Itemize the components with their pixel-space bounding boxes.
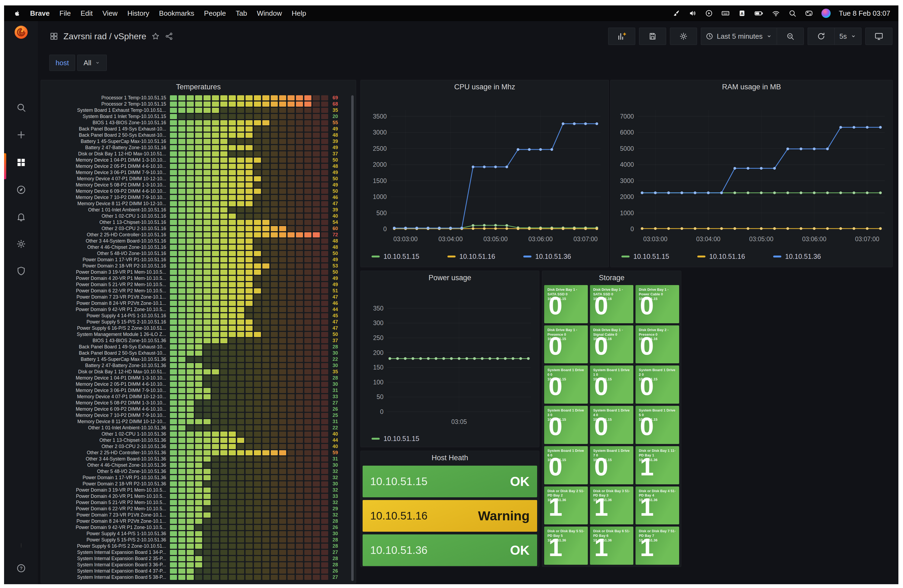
gauge-cell: [321, 494, 328, 499]
panel-host-health-title[interactable]: Host Heath: [361, 451, 539, 464]
sidebar-item-create[interactable]: [4, 129, 38, 140]
gauge-cell: [220, 550, 227, 555]
panel-ram-title[interactable]: RAM usage in MB: [610, 80, 892, 94]
gauge-cell: [245, 419, 253, 424]
temperature-row: Power Domain 7 23-VR P1Vtt Zone-10.1... …: [44, 294, 349, 300]
play-circle-icon[interactable]: [705, 9, 713, 17]
sidebar-item-help[interactable]: ?: [16, 563, 26, 573]
paintbrush-icon[interactable]: [672, 9, 681, 17]
sidebar-item-alerting[interactable]: [4, 212, 38, 222]
variable-host[interactable]: host: [49, 55, 75, 71]
gauge-cell: [195, 388, 202, 393]
keyboard-icon[interactable]: [721, 9, 730, 17]
menu-item-people[interactable]: People: [204, 9, 226, 17]
dashboard-settings-button[interactable]: [670, 28, 697, 45]
share-icon[interactable]: [165, 32, 173, 41]
dashboard-main: Zavrsni rad / vSphere Last 5 minutes: [38, 21, 898, 584]
gauge-cell: [288, 444, 294, 449]
refresh-interval-picker[interactable]: 5s: [834, 28, 862, 45]
gauge-cell: [195, 407, 202, 412]
power-usage-plot[interactable]: 05010015020025030035003:0510.10.51.15: [361, 285, 538, 447]
gauge-cell: [203, 344, 211, 350]
gauge-cell: [296, 263, 303, 268]
gauge-cell: [245, 513, 253, 517]
menu-item-history[interactable]: History: [127, 9, 149, 17]
gauge-cell: [288, 450, 294, 455]
menu-item-tab[interactable]: Tab: [236, 9, 247, 17]
variable-host-value-dropdown[interactable]: All: [77, 55, 107, 71]
input-source-icon[interactable]: A: [738, 9, 746, 17]
svg-text:0: 0: [383, 226, 387, 232]
control-center-icon[interactable]: [805, 9, 813, 17]
volume-icon[interactable]: [689, 9, 697, 17]
gauge-cell: [262, 282, 269, 287]
gauge-cell: [178, 95, 186, 100]
sidebar-item-server-admin[interactable]: [4, 266, 38, 276]
gauge-cell: [288, 145, 294, 150]
gauge-cell: [313, 289, 320, 293]
apple-menu-icon[interactable]: [13, 9, 21, 17]
dashboard-title[interactable]: Zavrsni rad / vSphere: [63, 31, 146, 41]
sidebar-item-configuration[interactable]: [4, 239, 38, 249]
gauge-cell: [245, 270, 253, 275]
gauge-cell: [203, 164, 211, 169]
ram-usage-plot[interactable]: 0100020003000400050006000700003:03:0003:…: [610, 94, 892, 267]
menu-item-bookmarks[interactable]: Bookmarks: [159, 9, 194, 17]
gauge-cell: [296, 351, 303, 356]
gauge-cell: [237, 195, 244, 200]
temperatures-scrollbar[interactable]: [351, 95, 354, 581]
gauge-cell: [195, 425, 202, 430]
gauge-cell: [296, 431, 303, 437]
temperature-row-gauge: [170, 531, 328, 536]
menu-item-window[interactable]: Window: [257, 9, 282, 17]
gauge-cell: [313, 226, 320, 231]
gauge-cell: [195, 519, 202, 524]
menu-item-file[interactable]: File: [59, 9, 71, 17]
panel-storage-title[interactable]: Storage: [542, 271, 681, 285]
gauge-cell: [170, 537, 177, 543]
gauge-cell: [220, 164, 227, 169]
power-usage-chart[interactable]: 05010015020025030035003:0510.10.51.15: [361, 285, 539, 447]
gauge-cell: [304, 537, 311, 543]
add-panel-button[interactable]: [608, 28, 635, 45]
siri-icon[interactable]: [821, 9, 831, 18]
menu-item-help[interactable]: Help: [292, 9, 306, 17]
spotlight-search-icon[interactable]: [788, 9, 796, 17]
gauge-cell: [229, 469, 236, 474]
gauge-cell: [245, 232, 253, 237]
gauge-cell: [212, 195, 219, 200]
sidebar-item-dashboards[interactable]: [4, 157, 38, 168]
refresh-dashboard-button[interactable]: [808, 28, 834, 45]
apps-grid-icon[interactable]: [49, 32, 58, 41]
menu-item-brave[interactable]: Brave: [30, 9, 50, 17]
sidebar-item-search[interactable]: [4, 102, 38, 113]
panel-temperatures-title[interactable]: Temperatures: [41, 80, 356, 94]
wifi-icon[interactable]: [772, 9, 780, 17]
gauge-cell: [220, 326, 227, 331]
gauge-cell: [296, 295, 303, 299]
zoom-out-time-button[interactable]: [777, 28, 804, 45]
kiosk-tv-button[interactable]: [865, 28, 892, 45]
menu-item-edit[interactable]: Edit: [80, 9, 93, 17]
cpu-usage-chart[interactable]: 050010001500200025003000350003:03:0003:0…: [361, 94, 609, 267]
grafana-logo[interactable]: [13, 24, 29, 40]
panel-cpu-title[interactable]: CPU usage in Mhz: [361, 80, 609, 94]
gauge-cell: [271, 164, 278, 169]
panel-power-title[interactable]: Power usage: [361, 271, 539, 285]
sidebar-item-profile[interactable]: [21, 543, 21, 548]
gauge-cell: [220, 207, 227, 213]
menubar-clock[interactable]: Tue 8 Feb 03:07: [839, 9, 890, 17]
storage-stat-tile: Disk Drive Bay 1 - SATA SSD 010.10.51.16…: [590, 285, 634, 323]
save-dashboard-button[interactable]: [639, 28, 666, 45]
temperature-row-value: 49: [332, 282, 346, 287]
battery-icon[interactable]: [754, 9, 763, 18]
gauge-cell: [254, 344, 261, 350]
menu-item-view[interactable]: View: [102, 9, 118, 17]
time-range-picker[interactable]: Last 5 minutes: [701, 28, 777, 45]
ram-usage-chart[interactable]: 0100020003000400050006000700003:03:0003:…: [610, 94, 892, 267]
gauge-cell: [220, 320, 227, 325]
temperature-row-gauge: [170, 189, 328, 194]
star-icon[interactable]: [151, 32, 160, 41]
cpu-usage-plot[interactable]: 050010001500200025003000350003:03:0003:0…: [361, 94, 608, 267]
sidebar-item-explore[interactable]: [4, 185, 38, 195]
